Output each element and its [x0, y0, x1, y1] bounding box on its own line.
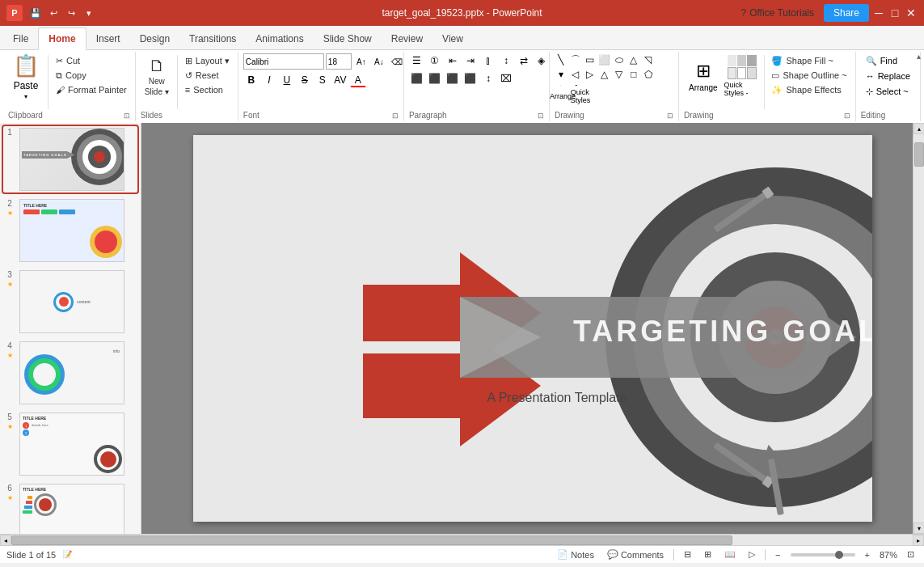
slide-item-1[interactable]: 1 TARGETING GOALS	[3, 126, 137, 193]
new-slide-button[interactable]: 🗋 New Slide ▾	[141, 53, 173, 99]
decrease-indent-button[interactable]: ⇤	[445, 53, 461, 68]
horizontal-scroll-thumb[interactable]	[11, 535, 732, 545]
smartart-button[interactable]: ◈	[534, 53, 550, 68]
bold-button[interactable]: B	[243, 73, 259, 87]
drawing-dialog-icon2[interactable]: ⊡	[844, 112, 850, 120]
slide-item-2[interactable]: 2 ★ TITLE HERE	[3, 197, 137, 264]
shape-arrow-left[interactable]: ◁	[569, 68, 582, 81]
tab-animations[interactable]: Animations	[246, 28, 313, 49]
arrange-shapes-button[interactable]: Arrange	[555, 89, 571, 104]
font-color-button[interactable]: A	[350, 73, 366, 87]
undo-icon[interactable]: ↩	[45, 5, 61, 21]
normal-view-button[interactable]: ⊟	[681, 549, 694, 560]
redo-icon[interactable]: ↪	[63, 5, 79, 21]
clipboard-dialog-icon[interactable]: ⊡	[124, 112, 130, 120]
zoom-in-button[interactable]: +	[862, 550, 873, 560]
justify-button[interactable]: ⬛	[462, 71, 479, 86]
comments-button[interactable]: 💬 Comments	[604, 549, 667, 560]
tab-home[interactable]: Home	[38, 28, 86, 50]
shape-brace[interactable]: {	[569, 83, 582, 86]
italic-button[interactable]: I	[261, 73, 277, 87]
align-center-button[interactable]: ⬛	[427, 71, 443, 86]
reset-button[interactable]: ↺ Reset	[182, 68, 233, 83]
tab-slideshow[interactable]: Slide Show	[314, 28, 382, 49]
shape-outline-button[interactable]: ▭ Shape Outline ~	[768, 68, 850, 83]
scroll-left-button[interactable]: ◂	[0, 535, 11, 546]
find-button[interactable]: 🔍 Find	[861, 53, 915, 68]
maximize-button[interactable]: □	[888, 7, 901, 19]
font-name-input[interactable]	[243, 53, 324, 70]
shape-oval[interactable]: ⬭	[613, 53, 626, 66]
slide-item-5[interactable]: 5 ★ TITLE HERE 1 2 details here	[3, 411, 137, 477]
shape-arrow-down[interactable]: ▽	[613, 68, 626, 81]
shape-arrow-up[interactable]: △	[598, 68, 611, 81]
replace-button[interactable]: ↔ Replace	[861, 69, 915, 83]
shape-line[interactable]: ╲	[555, 53, 567, 66]
underline-button[interactable]: U	[279, 73, 295, 87]
presenter-view-button[interactable]: ▷	[745, 549, 758, 560]
tab-design[interactable]: Design	[130, 28, 179, 49]
strikethrough-button[interactable]: S	[297, 73, 313, 87]
slide-item-6[interactable]: 6 ★ TITLE HERE	[3, 482, 137, 534]
quick-styles-btn[interactable]: Quick Styles -	[724, 53, 760, 99]
shape-triangle[interactable]: △	[627, 53, 640, 66]
shape-callout[interactable]: □	[627, 68, 640, 81]
close-button[interactable]: ✕	[905, 7, 918, 19]
zoom-out-button[interactable]: −	[772, 550, 783, 560]
scroll-right-button[interactable]: ▸	[913, 535, 924, 546]
increase-indent-button[interactable]: ⇥	[462, 53, 479, 68]
increase-font-button[interactable]: A↑	[353, 54, 369, 69]
select-button[interactable]: ⊹ Select ~	[861, 84, 915, 99]
tab-review[interactable]: Review	[382, 28, 432, 49]
shape-more[interactable]: ▾	[555, 68, 567, 81]
vertical-scrollbar[interactable]: ▴ ▾	[913, 123, 924, 534]
slide-item-4[interactable]: 4 ★ info	[3, 340, 137, 406]
decrease-font-button[interactable]: A↓	[371, 54, 387, 69]
format-painter-button[interactable]: 🖌 Format Painter	[53, 83, 130, 97]
slide-item-3[interactable]: 3 ★ content	[3, 269, 137, 335]
char-spacing-button[interactable]: AV	[332, 73, 348, 87]
cut-button[interactable]: ✂ Cut	[53, 53, 130, 68]
scroll-track[interactable]	[913, 134, 925, 523]
paragraph-dialog-icon[interactable]: ⊡	[538, 112, 544, 120]
columns-button[interactable]: ⫿	[480, 53, 496, 68]
collapse-ribbon-icon[interactable]: ▴	[917, 52, 921, 61]
clear-format-button[interactable]: ⌫	[389, 54, 405, 69]
font-dialog-icon[interactable]: ⊡	[392, 112, 399, 120]
line-spacing-button[interactable]: ↕	[480, 71, 496, 86]
notes-button[interactable]: 📄 Notes	[554, 549, 597, 560]
shape-pentagon[interactable]: ⬠	[642, 68, 655, 81]
object-alt-text-button[interactable]: ⌧	[498, 71, 514, 86]
convert-button[interactable]: ⇄	[516, 53, 532, 68]
horizontal-scroll-track[interactable]	[11, 535, 913, 545]
share-button[interactable]: Share	[824, 4, 869, 22]
font-size-input[interactable]	[326, 53, 352, 70]
scroll-up-button[interactable]: ▴	[913, 123, 925, 134]
customize-icon[interactable]: ▾	[81, 5, 97, 21]
shape-connector[interactable]: ⌒	[569, 53, 582, 66]
tab-insert[interactable]: Insert	[86, 28, 130, 49]
shadow-button[interactable]: S	[314, 73, 331, 87]
text-direction-button[interactable]: ↕	[498, 53, 514, 68]
shape-rect[interactable]: ▭	[584, 53, 597, 66]
section-button[interactable]: ≡ Section	[182, 83, 233, 97]
zoom-slider[interactable]	[791, 553, 855, 556]
shape-right-triangle[interactable]: ◹	[642, 53, 655, 66]
drawing-dialog-icon[interactable]: ⊡	[667, 112, 673, 120]
office-tutorials-button[interactable]: ? Office Tutorials	[734, 4, 821, 22]
save-icon[interactable]: 💾	[27, 5, 44, 21]
shape-rounded-rect[interactable]: ⬜	[598, 53, 611, 66]
tab-view[interactable]: View	[432, 28, 473, 49]
arrange-button[interactable]: ⊞ Arrange	[684, 53, 723, 99]
bullets-button[interactable]: ☰	[409, 53, 425, 68]
align-left-button[interactable]: ⬛	[409, 71, 425, 86]
shape-arrow-right[interactable]: ▷	[584, 68, 597, 81]
copy-button[interactable]: ⧉ Copy	[53, 68, 130, 83]
fit-slide-button[interactable]: ⊡	[904, 549, 918, 560]
shape-star[interactable]: ☆	[555, 83, 567, 86]
paste-button[interactable]: 📋 Paste ▾	[8, 53, 44, 100]
shape-effects-button[interactable]: ✨ Shape Effects	[768, 83, 850, 97]
minimize-button[interactable]: ─	[872, 7, 885, 19]
shape-fill-button[interactable]: 🪣 Shape Fill ~	[768, 53, 850, 68]
align-right-button[interactable]: ⬛	[445, 71, 461, 86]
